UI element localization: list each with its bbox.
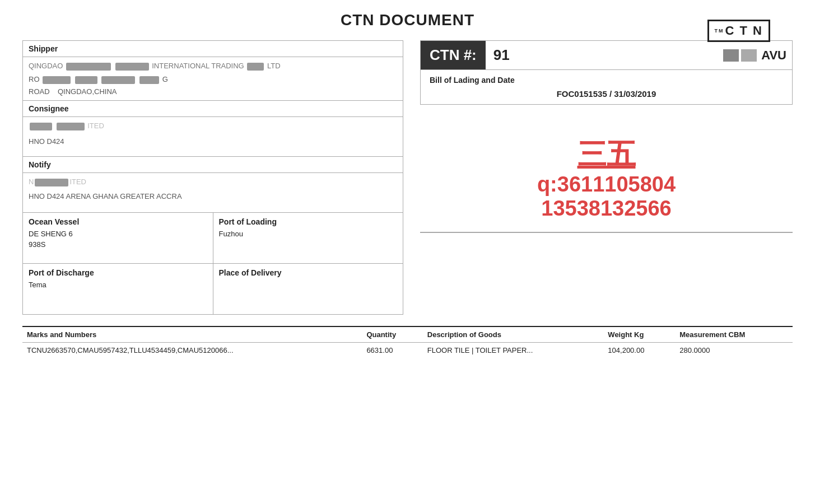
vessel-loading-row: Ocean Vessel DE SHENG 6 938S Port of Loa… [22, 213, 403, 264]
voyage-number: 938S [29, 240, 207, 249]
place-delivery-cell: Place of Delivery [213, 264, 403, 314]
avu-squares [723, 49, 757, 62]
contact-block: 三五 q:3611105804 13538132566 [420, 138, 793, 233]
shipper-address: ROAD QINGDAO,CHINA [29, 87, 397, 96]
logo-tm: TM [715, 28, 724, 34]
vessel-name: DE SHENG 6 [29, 230, 207, 238]
notify-content: NITED HNO D424 ARENA GHANA GREATER ACCRA [23, 173, 403, 212]
notify-label: Notify [23, 157, 403, 173]
ocean-vessel-label: Ocean Vessel [29, 217, 207, 226]
port-loading-cell: Port of Loading Fuzhou [213, 213, 403, 263]
col-weight: Weight Kg [603, 326, 675, 343]
consignee-address: HNO D424 [29, 137, 397, 146]
consignee-label: Consignee [23, 101, 403, 117]
notify-address: HNO D424 ARENA GHANA GREATER ACCRA [29, 192, 397, 200]
bill-of-lading-label: Bill of Lading and Date [430, 76, 783, 85]
bill-of-lading-section: Bill of Lading and Date FOC0151535 / 31/… [420, 70, 793, 105]
col-description: Description of Goods [423, 326, 604, 343]
notify-section: Notify NITED HNO D424 ARENA GHANA GREATE… [22, 157, 403, 213]
port-loading-label: Port of Loading [219, 217, 398, 226]
port-loading-value: Fuzhou [219, 230, 398, 238]
col-marks: Marks and Numbers [22, 326, 362, 343]
table-cell: 280.0000 [675, 343, 793, 358]
shipper-label: Shipper [23, 41, 403, 57]
discharge-delivery-row: Port of Discharge Tema Place of Delivery [22, 264, 403, 315]
avu-square-2 [741, 49, 757, 62]
consignee-section: Consignee ITED HNO D424 [22, 101, 403, 157]
avu-block: AVU [723, 41, 792, 69]
col-quantity: Quantity [362, 326, 422, 343]
port-discharge-value: Tema [29, 281, 207, 289]
shipper-content: QINGDAO INTERNATIONAL TRADING LTD RO G R… [23, 57, 403, 100]
table-cell: 6631.00 [362, 343, 422, 358]
table-row: TCNU2663570,CMAU5957432,TLLU4534459,CMAU… [22, 343, 793, 358]
ctn-number-prefix: CTN #: [421, 41, 486, 69]
chinese-characters: 三五 [420, 138, 793, 170]
ctn-logo: TM C T N [707, 20, 770, 42]
table-cell: TCNU2663570,CMAU5957432,TLLU4534459,CMAU… [22, 343, 362, 358]
contact-divider [420, 232, 793, 233]
table-cell: 104,200.00 [603, 343, 675, 358]
ocean-vessel-cell: Ocean Vessel DE SHENG 6 938S [23, 213, 213, 263]
avu-square-1 [723, 49, 739, 62]
port-discharge-cell: Port of Discharge Tema [23, 264, 213, 314]
contact-q: q:3611105804 [420, 172, 793, 197]
contact-phone: 13538132566 [420, 197, 793, 221]
consignee-content: ITED HNO D424 [23, 117, 403, 156]
table-cell: FLOOR TILE | TOILET PAPER... [423, 343, 604, 358]
place-delivery-label: Place of Delivery [219, 268, 398, 277]
avu-text: AVU [761, 48, 786, 63]
cargo-table: Marks and Numbers Quantity Description o… [22, 326, 793, 358]
shipper-section: Shipper QINGDAO INTERNATIONAL TRADING LT… [22, 40, 403, 101]
ctn-number-section: CTN #: 91 AVU [420, 40, 793, 70]
page-title: CTN DOCUMENT [22, 11, 793, 29]
port-discharge-label: Port of Discharge [29, 268, 207, 277]
ctn-number-value: 91 [486, 41, 518, 69]
bill-of-lading-value: FOC0151535 / 31/03/2019 [430, 89, 783, 99]
col-measurement: Measurement CBM [675, 326, 793, 343]
